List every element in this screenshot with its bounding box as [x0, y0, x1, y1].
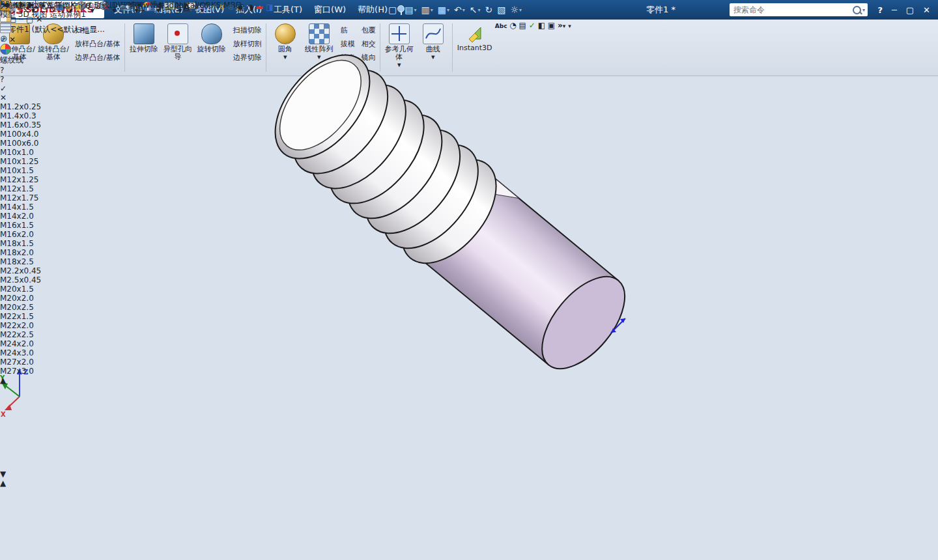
list-item[interactable]: M22x1.5 [0, 312, 126, 321]
close-button[interactable]: ✕ [923, 5, 930, 15]
new-document-button[interactable]: ▢▾ [388, 5, 400, 15]
select-icon: ↖ [470, 5, 477, 15]
chevron-down-icon[interactable]: ▾ [462, 7, 465, 13]
chevron-down-icon[interactable]: ▾ [862, 7, 865, 13]
list-item[interactable]: M12x1.25 [0, 175, 126, 184]
displaymanager-tab[interactable] [0, 44, 135, 55]
print-button[interactable]: ▦▾ [438, 5, 449, 15]
save-button[interactable]: ▥▾ [421, 5, 433, 15]
propertymanager-title: 螺纹线 [0, 55, 135, 66]
search-icon[interactable] [853, 6, 861, 14]
list-item[interactable]: M16x1.5 [0, 221, 126, 230]
list-item[interactable]: M22x2.5 [0, 330, 126, 339]
chevron-down-icon[interactable]: ▾ [414, 7, 416, 13]
configurations-icon [0, 22, 11, 33]
list-item[interactable]: M14x2.0 [0, 212, 126, 221]
scroll-up-icon[interactable]: ▲ [0, 479, 10, 488]
watermark: 三维网www.3dportal.cn [120, 1, 209, 10]
new-document-icon: ▢ [388, 5, 397, 15]
options-gear-icon: ☼ [510, 5, 519, 15]
panel-scrollbar[interactable]: ▲ ▼ [0, 479, 10, 560]
list-item[interactable]: M1.4x0.3 [0, 111, 126, 120]
list-item[interactable]: M27x2.0 [0, 357, 126, 367]
open-button[interactable]: ▤▾ [405, 5, 416, 15]
scrollbar-thumb[interactable] [0, 488, 10, 560]
list-item[interactable]: M24x3.0 [0, 348, 126, 357]
list-item-selected[interactable]: M10x1.0 [0, 148, 126, 157]
open-icon: ▤ [405, 5, 413, 15]
rebuild-button[interactable]: ↻ [485, 5, 493, 15]
configuration-manager-tab[interactable] [0, 22, 135, 33]
search-input[interactable] [732, 5, 851, 15]
chevron-down-icon[interactable]: ▾ [477, 7, 480, 13]
list-item[interactable]: M16x2.0 [0, 230, 126, 239]
file-properties-icon: ▧ [497, 5, 505, 15]
maximize-button[interactable]: ▢ [906, 5, 914, 15]
cancel-button[interactable]: ✕ [0, 93, 135, 102]
dimxpert-icon: ⊕ [0, 33, 8, 44]
list-item[interactable]: M10x1.5 [0, 166, 126, 175]
undo-icon: ↶ [454, 5, 462, 15]
list-item[interactable]: M10x1.25 [0, 157, 126, 166]
scrollbar-thumb[interactable] [0, 385, 8, 469]
list-item[interactable]: M18x1.5 [0, 239, 126, 248]
help-button[interactable]: ? [877, 5, 883, 15]
pin-help-icon[interactable]: ? [0, 66, 135, 75]
list-item[interactable]: M27x3.0 [0, 367, 126, 376]
shaded-contours-icon[interactable]: ◑ [247, 3, 253, 12]
list-item[interactable]: M2.2x0.45 [0, 266, 126, 275]
list-item[interactable]: M22x2.0 [0, 321, 126, 330]
list-item[interactable]: M100x4.0 [0, 130, 126, 139]
help-icon[interactable]: ? [0, 75, 135, 84]
instant2d-icon[interactable]: ◨ [266, 3, 273, 12]
dimxpertmanager-tab[interactable]: ⊕ [0, 33, 135, 44]
list-item[interactable]: M12x1.5 [0, 184, 126, 193]
chevron-down-icon[interactable]: ▾ [519, 7, 522, 13]
displaymanager-icon [0, 44, 11, 55]
save-icon: ▥ [421, 5, 430, 15]
list-item[interactable]: M100x6.0 [0, 139, 126, 148]
quick-snaps-icon[interactable]: ↯ [219, 3, 225, 12]
options-button[interactable]: ☼▾ [510, 5, 522, 15]
chevron-down-icon[interactable]: ▾ [397, 7, 400, 13]
status-message: 为创建螺纹线选择圆柱面的边线。 [0, 1, 117, 10]
list-item[interactable]: M12x1.75 [0, 193, 126, 203]
print-icon: ▦ [438, 5, 446, 15]
list-item[interactable]: M18x2.5 [0, 257, 126, 266]
list-item[interactable]: M1.6x0.35 [0, 120, 126, 130]
command-search: ▾ [730, 3, 868, 16]
status-bar: 为创建螺纹线选择圆柱面的边线。 三维网www.3dportal.cn [0, 0, 209, 11]
list-item[interactable]: M18x2.0 [0, 248, 126, 257]
exit-sketch-icon[interactable]: ▬ [256, 3, 263, 12]
list-item[interactable]: M24x2.0 [0, 339, 126, 348]
accept-button[interactable]: ✓ [0, 84, 135, 93]
file-properties-button[interactable]: ▧ [497, 5, 505, 15]
list-item[interactable]: M20x1.5 [0, 285, 126, 294]
list-item[interactable]: M20x2.0 [0, 294, 126, 303]
chevron-down-icon[interactable]: ▾ [431, 7, 433, 13]
select-button[interactable]: ↖▾ [470, 5, 481, 15]
stud-geometry[interactable] [257, 38, 644, 387]
list-scrollbar[interactable]: ▲ ▼ [0, 376, 8, 479]
plane-icon[interactable]: ◇ [210, 3, 216, 12]
scroll-down-icon[interactable]: ▼ [0, 469, 8, 479]
undo-button[interactable]: ↶▾ [454, 5, 465, 15]
thread-size-list[interactable]: M1.2x0.25 M1.4x0.3 M1.6x0.35 M100x4.0 M1… [0, 102, 135, 479]
list-item[interactable]: M14x1.5 [0, 203, 126, 212]
list-item[interactable]: M1.2x0.25 [0, 102, 126, 111]
minimize-button[interactable]: ─ [892, 5, 897, 15]
measure-icon[interactable]: ⊕ [228, 3, 234, 12]
list-item[interactable]: M2.5x0.45 [0, 275, 126, 285]
rebuild-icon: ↻ [485, 5, 493, 15]
scroll-up-icon[interactable]: ▲ [0, 376, 8, 385]
sketch-picture-icon[interactable]: ▣ [237, 3, 244, 12]
property-manager-panel: ⊕ 螺纹线 ? ? ✓ ✕ M1.2x0.25 M1.4x0.3 M1.6x0.… [0, 0, 135, 560]
solidworks-window: ƷS SOLIDWORKS 文件(F) 编辑(E) 视图(V) 插入(I) 工具… [0, 0, 938, 560]
window-controls: ? ─ ▢ ✕ [877, 0, 930, 20]
chevron-down-icon[interactable]: ▾ [447, 7, 449, 13]
list-item[interactable]: M20x2.5 [0, 303, 126, 312]
